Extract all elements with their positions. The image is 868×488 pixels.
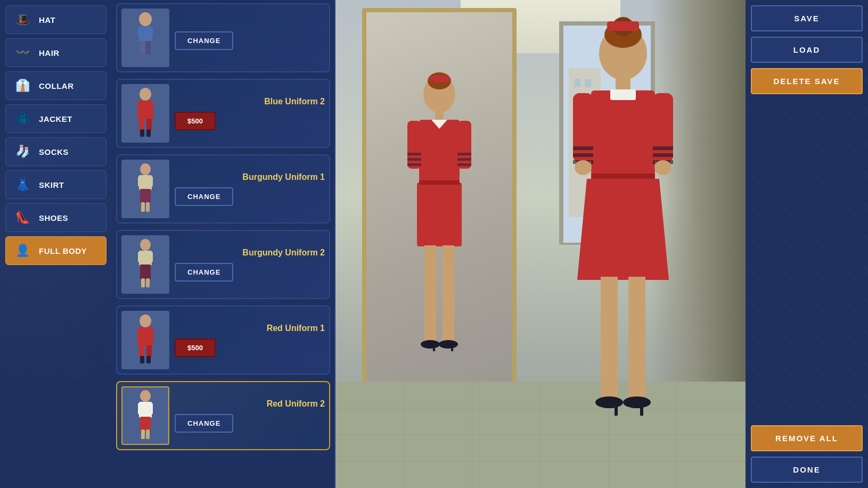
sidebar-item-jacket[interactable]: 🧥 Jacket — [5, 104, 107, 133]
card-info-red-uniform-2: Red Uniform 2 CHANGE — [175, 399, 325, 433]
svg-rect-56 — [419, 180, 460, 185]
svg-point-0 — [139, 12, 152, 26]
svg-rect-32 — [140, 356, 144, 363]
clothing-thumb-blue-uniform-2 — [121, 84, 169, 143]
card-info-blue-uniform-2: Blue Uniform 2 $500 — [175, 97, 325, 130]
svg-rect-89 — [653, 93, 673, 162]
svg-rect-57 — [407, 153, 421, 155]
clothing-list: CHANGE Blue Uniform 2 $500 — [112, 0, 335, 488]
svg-rect-45 — [419, 120, 460, 184]
svg-rect-33 — [146, 356, 151, 363]
svg-rect-37 — [138, 403, 142, 415]
shoes-icon: 👠 — [13, 208, 32, 227]
save-button[interactable]: SAVE — [751, 5, 863, 31]
done-button[interactable]: DONE — [751, 457, 863, 483]
svg-rect-12 — [146, 129, 151, 137]
svg-rect-105 — [615, 401, 618, 416]
svg-rect-49 — [417, 183, 462, 246]
svg-rect-2 — [140, 41, 145, 54]
card-name-red-uniform-1: Red Uniform 1 — [175, 324, 325, 333]
svg-rect-25 — [141, 278, 145, 287]
svg-point-27 — [140, 315, 151, 327]
change-button-top[interactable]: CHANGE — [175, 31, 233, 50]
svg-point-8 — [139, 102, 152, 117]
card-info-red-uniform-1: Red Uniform 1 $500 — [175, 324, 325, 357]
svg-rect-61 — [457, 158, 471, 161]
change-button-burgundy-uniform-1[interactable]: CHANGE — [175, 187, 233, 206]
svg-rect-10 — [146, 119, 152, 130]
remove-all-button[interactable]: REMOVE ALL — [751, 425, 863, 451]
sidebar-item-hat[interactable]: 🎩 Hat — [5, 5, 107, 34]
skirt-icon: 👗 — [13, 175, 32, 194]
svg-rect-18 — [141, 202, 145, 212]
clothing-thumb-top — [121, 9, 169, 67]
clothing-card-red-uniform-1: Red Uniform 1 $500 — [116, 305, 330, 375]
svg-rect-62 — [457, 163, 471, 166]
svg-rect-93 — [653, 146, 673, 150]
sidebar-label-collar: Collar — [39, 81, 74, 90]
sidebar-item-skirt[interactable]: 👗 Skirt — [5, 170, 107, 199]
svg-rect-102 — [628, 277, 645, 399]
card-name-burgundy-uniform-1: Burgundy Uniform 1 — [175, 172, 325, 182]
svg-rect-17 — [149, 176, 153, 187]
card-info-burgundy-uniform-1: Burgundy Uniform 1 CHANGE — [175, 172, 325, 206]
svg-rect-19 — [146, 202, 150, 212]
spacer — [751, 100, 863, 420]
sidebar-label-jacket: Jacket — [39, 114, 72, 123]
preview-room — [335, 0, 746, 488]
load-button[interactable]: LOAD — [751, 37, 863, 63]
sidebar-label-hat: Hat — [39, 15, 55, 24]
svg-rect-108 — [626, 401, 637, 407]
clothing-thumb-burgundy-uniform-1 — [121, 160, 169, 218]
delete-save-button[interactable]: DELETE SAVE — [751, 68, 863, 94]
sidebar-item-full-body[interactable]: 👤 Full Body — [5, 236, 107, 265]
card-info-top: CHANGE — [175, 26, 325, 50]
mirror-inner — [366, 12, 512, 424]
mirror-character — [386, 62, 493, 424]
svg-rect-5 — [149, 27, 153, 38]
svg-rect-48 — [457, 121, 471, 169]
change-button-red-uniform-2[interactable]: CHANGE — [175, 414, 233, 433]
sidebar: 🎩 Hat 〰️ Hair 👔 Collar 🧥 Jacket 🧦 Socks … — [0, 0, 112, 488]
sidebar-item-socks[interactable]: 🧦 Socks — [5, 137, 107, 166]
svg-rect-15 — [140, 189, 151, 203]
svg-point-52 — [421, 340, 440, 349]
svg-rect-55 — [451, 342, 453, 351]
svg-rect-26 — [146, 278, 150, 287]
svg-rect-106 — [640, 401, 643, 416]
svg-rect-36 — [140, 417, 151, 431]
sidebar-item-hair[interactable]: 〰️ Hair — [5, 38, 107, 67]
svg-point-53 — [439, 340, 458, 349]
svg-rect-84 — [607, 21, 639, 31]
main-character-svg — [543, 11, 703, 479]
svg-point-96 — [575, 160, 592, 175]
svg-rect-31 — [146, 345, 152, 357]
sidebar-item-shoes[interactable]: 👠 Shoes — [5, 203, 107, 232]
clothing-thumb-red-uniform-2 — [121, 386, 169, 445]
socks-icon: 🧦 — [13, 142, 32, 161]
svg-rect-51 — [443, 245, 454, 341]
main-character — [543, 11, 703, 479]
preview-area — [335, 0, 746, 488]
price-button-blue-uniform-2[interactable]: $500 — [175, 112, 216, 130]
svg-point-34 — [140, 390, 151, 402]
svg-rect-3 — [145, 41, 151, 54]
svg-point-13 — [140, 163, 151, 175]
svg-rect-90 — [573, 146, 593, 150]
change-button-burgundy-uniform-2[interactable]: CHANGE — [175, 263, 233, 282]
svg-point-97 — [654, 160, 672, 175]
sidebar-item-collar[interactable]: 👔 Collar — [5, 71, 107, 100]
svg-rect-101 — [601, 277, 618, 399]
price-button-red-uniform-1[interactable]: $500 — [175, 338, 216, 357]
svg-rect-47 — [407, 121, 421, 169]
svg-rect-44 — [435, 110, 444, 121]
clothing-card-burgundy-uniform-1: Burgundy Uniform 1 CHANGE — [116, 154, 330, 224]
svg-rect-87 — [610, 89, 636, 100]
sidebar-label-hair: Hair — [39, 48, 60, 57]
clothing-thumb-burgundy-uniform-2 — [121, 235, 169, 294]
svg-rect-60 — [457, 153, 471, 155]
svg-rect-11 — [140, 129, 144, 137]
svg-point-20 — [140, 239, 151, 251]
svg-rect-86 — [591, 90, 655, 176]
svg-rect-40 — [146, 429, 150, 439]
